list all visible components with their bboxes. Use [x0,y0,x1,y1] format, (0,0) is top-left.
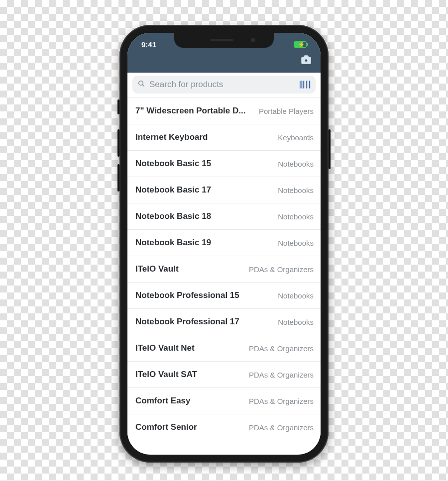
list-item[interactable]: ITelO Vault NetPDAs & Organizers [127,335,321,362]
list-item[interactable]: Notebook Basic 17Notebooks [127,177,321,203]
volume-up-button [117,129,119,157]
barcode-icon[interactable] [300,80,311,89]
product-category: Notebooks [278,239,314,247]
screen: 9:41 ⚡ [127,33,321,455]
list-item[interactable]: Internet KeyboardKeyboards [127,124,321,151]
list-item[interactable]: Notebook Basic 18Notebooks [127,203,321,230]
product-category: Notebooks [278,212,314,221]
product-name: Notebook Basic 19 [135,238,272,248]
list-item[interactable]: Notebook Basic 19Notebooks [127,230,321,256]
list-item[interactable]: Notebook Basic 15Notebooks [127,151,321,177]
mute-switch [117,99,119,114]
product-category: Notebooks [278,160,314,168]
svg-rect-6 [303,81,304,88]
product-name: Notebook Basic 15 [135,159,272,169]
list-item[interactable]: 7" Widescreen Portable D...Portable Play… [127,97,321,124]
list-item[interactable]: Notebook Professional 17Notebooks [127,309,321,335]
status-time: 9:41 [141,40,156,49]
svg-rect-10 [309,81,311,88]
svg-rect-5 [301,81,302,88]
product-name: Notebook Basic 18 [135,211,272,221]
product-name: ITelO Vault SAT [135,370,243,380]
svg-line-3 [142,85,144,86]
product-category: PDAs & Organizers [249,344,314,353]
product-category: PDAs & Organizers [249,397,314,405]
content-area: 7" Widescreen Portable D...Portable Play… [127,73,321,453]
battery-icon: ⚡ [294,41,307,48]
svg-point-2 [139,81,143,86]
list-item[interactable]: Notebook Professional 15Notebooks [127,283,321,309]
product-name: ITelO Vault Net [135,343,243,353]
list-item[interactable]: ITelO VaultPDAs & Organizers [127,256,321,283]
search-field[interactable] [132,76,316,94]
nav-bar [127,51,321,73]
volume-down-button [117,164,119,192]
product-category: Keyboards [278,133,314,142]
product-name: Comfort Senior [135,422,243,432]
product-list[interactable]: 7" Widescreen Portable D...Portable Play… [127,97,321,435]
svg-rect-7 [305,81,305,88]
product-name: ITelO Vault [135,264,243,274]
product-category: PDAs & Organizers [249,265,314,274]
product-name: Comfort Easy [135,396,243,406]
product-name: 7" Widescreen Portable D... [135,106,253,116]
power-button [329,129,331,169]
list-item[interactable]: Comfort EasyPDAs & Organizers [127,388,321,414]
product-name: Notebook Basic 17 [135,185,272,195]
svg-rect-4 [300,81,301,88]
product-category: Portable Players [259,107,314,115]
product-name: Internet Keyboard [135,132,272,142]
product-category: PDAs & Organizers [249,371,314,379]
product-category: Notebooks [278,318,314,326]
phone-frame: 9:41 ⚡ [119,25,329,463]
search-input[interactable] [149,80,296,90]
product-category: PDAs & Organizers [249,423,314,432]
list-item[interactable]: ITelO Vault SATPDAs & Organizers [127,362,321,388]
product-name: Notebook Professional 15 [135,290,272,300]
svg-rect-8 [306,81,307,88]
product-category: Notebooks [278,291,314,300]
product-category: Notebooks [278,186,314,194]
svg-rect-9 [308,81,308,88]
search-icon [137,80,145,90]
svg-point-1 [305,59,308,62]
notch [174,33,274,48]
camera-icon[interactable] [300,53,313,68]
search-bar [127,73,321,97]
product-name: Notebook Professional 17 [135,317,272,327]
list-item[interactable]: Comfort SeniorPDAs & Organizers [127,414,321,435]
